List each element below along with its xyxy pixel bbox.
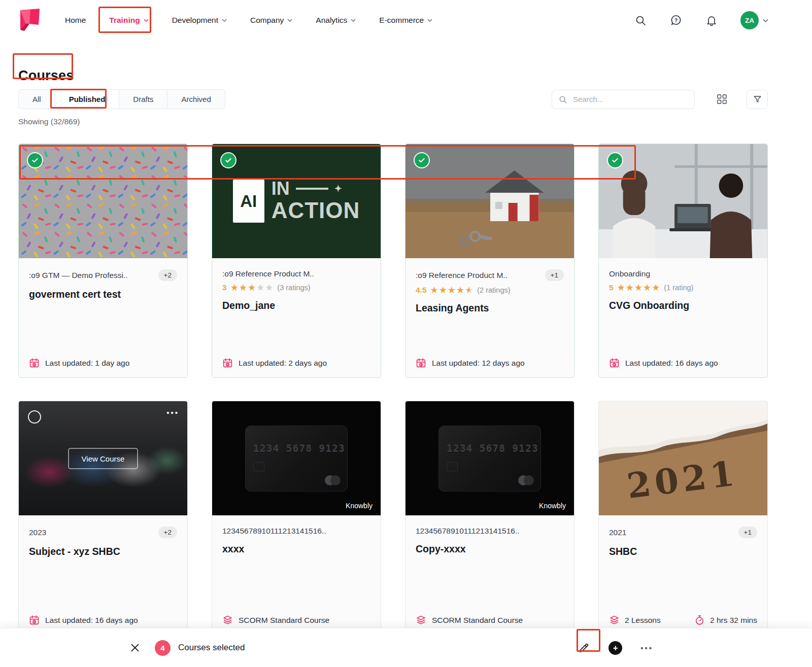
star-rating-icons: ★★★★★ [430,286,474,295]
tab-drafts[interactable]: Drafts [119,90,167,109]
view-course-button[interactable]: View Course [69,448,138,469]
selected-count-badge: 4 [155,640,171,656]
credit-card-image: 1234 5678 9123 Knowbly [405,401,574,515]
selected-checkmark-icon[interactable] [28,153,42,167]
ai-in-action-image: AI IN✦ ACTION [212,144,381,258]
course-card[interactable]: Onboarding 5 ★★★★★ (1 rating) CVG Onboar… [598,144,768,378]
course-type-text: SCORM Standard Course [432,616,523,625]
card-brand-circles [325,475,341,485]
rating-value: 4.5 [416,286,427,295]
course-title: SHBC [609,546,757,557]
last-updated-text: Last updated: 2 days ago [239,359,327,368]
course-thumbnail [19,144,187,258]
course-category: 12345678910111213141516.. [416,526,520,536]
selected-checkmark-icon[interactable] [608,153,622,167]
duration-text: 2 hrs 32 mins [710,616,757,625]
bulk-add-plus-button[interactable]: + [608,641,622,655]
nav-item-home[interactable]: Home [65,16,86,25]
card-brand-circles [518,475,534,485]
chevron-down-icon [763,19,768,22]
course-card-body: 2021 +1 SHBC 2 Lessons 2 hrs 32 mins [599,515,767,635]
card-number-text: 1234 5678 9123 [447,443,538,454]
beach-2021-image: 2021 [599,401,767,515]
course-card[interactable]: 2021 2021 +1 SHBC 2 Lessons 2 hrs 32 min… [598,401,768,635]
nav-item-ecommerce[interactable]: E-commerce [379,16,432,25]
tab-published[interactable]: Published [55,90,120,109]
rating-value: 3 [222,283,227,292]
course-thumbnail: 1234 5678 9123 Knowbly [405,401,574,515]
filter-funnel-icon [753,94,762,104]
more-tags-badge[interactable]: +2 [158,526,177,538]
user-avatar[interactable]: ZA [740,11,768,29]
nav-item-company[interactable]: Company [250,16,292,25]
grid-view-icon[interactable] [715,93,728,106]
search-icon[interactable] [634,14,647,27]
search-input[interactable] [572,94,688,104]
notifications-bell-icon[interactable] [705,14,718,27]
course-card[interactable]: :o9 GTM — Demo Professi.. +2 goverment c… [18,144,188,378]
more-tags-badge[interactable]: +2 [158,269,177,281]
selected-checkmark-icon[interactable] [415,153,429,167]
course-category: :o9 Reference Product M.. [222,269,314,278]
course-card-grid: :o9 GTM — Demo Professi.. +2 goverment c… [18,144,768,635]
rating-count: (3 ratings) [277,284,310,292]
course-title: Copy-xxxx [416,543,564,555]
star-rating-icons: ★★★★★ [230,283,274,292]
last-updated-text: Last updated: 1 day ago [45,359,129,368]
knowbly-watermark: Knowbly [539,502,566,510]
bulk-more-menu-icon[interactable]: ••• [640,644,653,652]
course-card[interactable]: AI IN✦ ACTION :o9 Reference Product M.. … [212,144,381,378]
more-tags-badge[interactable]: +1 [545,269,564,281]
bulk-edit-pencil-icon[interactable] [577,641,590,654]
course-category: 2023 [29,528,46,537]
calendar-icon [29,615,40,625]
rating-count: (1 rating) [664,284,693,292]
select-checkbox-circle[interactable] [28,410,41,424]
course-thumbnail: AI IN✦ ACTION [212,144,381,258]
last-updated-text: Last updated: 16 days ago [45,616,138,625]
sparkle-icon: ✦ [334,184,342,193]
card-chip [447,462,458,471]
scorm-layers-icon [222,615,233,625]
card-more-menu-icon[interactable]: ••• [166,408,179,417]
course-card[interactable]: :o9 Reference Product M.. +1 4.5 ★★★★★ (… [405,144,574,378]
knowbly-watermark: Knowbly [346,502,373,510]
last-updated-text: Last updated: 12 days ago [432,359,525,368]
course-thumbnail: ••• View Course [19,401,187,515]
course-thumbnail: 1234 5678 9123 Knowbly [212,401,381,515]
help-chat-icon[interactable]: ? [669,14,683,27]
selected-checkmark-icon[interactable] [221,153,235,167]
course-title: Leasing Agents [416,302,564,314]
chevron-down-icon [144,19,149,22]
lessons-layers-icon [609,615,620,625]
ai-action-text: ACTION [272,199,360,222]
filter-button[interactable] [747,90,768,109]
nav-item-training[interactable]: Training [109,16,148,25]
credit-card-image: 1234 5678 9123 Knowbly [212,401,381,515]
bulk-selection-bar: 4 Courses selected + ••• [0,628,812,667]
avatar-initials: ZA [740,11,759,29]
clear-selection-close-icon[interactable] [128,641,142,654]
course-card-body: 2023 +2 Subject - xyz SHBC Last updated:… [19,515,187,635]
brand-logo-icon[interactable] [18,8,43,33]
tab-archived[interactable]: Archived [167,90,224,109]
course-card[interactable]: 1234 5678 9123 Knowbly 12345678910111213… [405,401,574,635]
main-nav: Home Training Development Company Analyt… [65,16,432,25]
tab-all[interactable]: All [19,90,55,109]
calendar-icon [416,358,426,368]
scorm-layers-icon [416,615,426,625]
course-category: 2021 [609,528,626,537]
course-title: CVG Onboarding [609,300,757,311]
course-category: :o9 GTM — Demo Professi.. [29,271,128,280]
house-keys-image [405,144,574,258]
course-card-body: Onboarding 5 ★★★★★ (1 rating) CVG Onboar… [599,258,767,377]
course-card[interactable]: ••• View Course 2023 +2 Subject - xyz SH… [18,401,188,635]
calendar-icon [609,358,620,368]
calendar-icon [29,358,40,368]
nav-item-analytics[interactable]: Analytics [316,16,356,25]
meeting-image [599,144,767,258]
nav-item-development[interactable]: Development [172,16,227,25]
course-thumbnail [405,144,574,258]
more-tags-badge[interactable]: +1 [738,526,757,538]
course-card[interactable]: 1234 5678 9123 Knowbly 12345678910111213… [212,401,381,635]
